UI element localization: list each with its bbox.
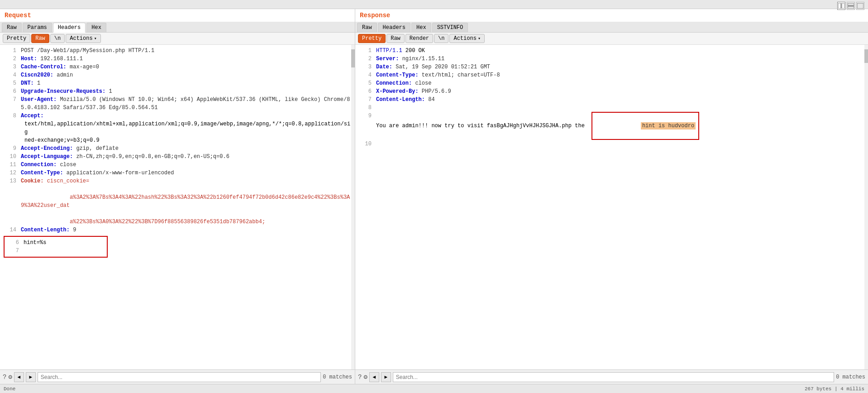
response-hint-box: hint is hudvodro <box>591 112 699 140</box>
sub-tab-request-raw[interactable]: Raw <box>31 34 49 43</box>
table-row: 1 HTTP/1.1 200 OK <box>355 47 868 55</box>
tab-request-params[interactable]: Params <box>23 23 52 32</box>
table-row: 5 Connection: close <box>355 79 868 87</box>
sub-tab-response-newline[interactable]: \n <box>434 34 448 43</box>
request-actions-button[interactable]: Actions <box>66 34 100 43</box>
svg-rect-0 <box>838 3 841 9</box>
hint-text: hint is hudvodro <box>641 122 696 129</box>
response-title: Response <box>355 9 868 22</box>
request-panel: Request Raw Params Headers Hex Pretty Ra… <box>0 9 355 384</box>
response-sub-tab-bar: Pretty Raw Render \n Actions <box>355 33 868 45</box>
search-next-button[interactable]: ▶ <box>26 372 36 382</box>
table-row: 8 Accept: <box>0 112 355 120</box>
search-prev-button[interactable]: ◀ <box>14 372 24 382</box>
table-row: 1 POST /Day-Web1/app/MySession.php HTTP/… <box>0 47 355 55</box>
table-row: 13 Cookie: ciscn_cookie= a%3A2%3A%7Bs%3A… <box>0 177 355 226</box>
svg-rect-3 <box>848 6 854 9</box>
tab-request-hex[interactable]: Hex <box>86 23 106 32</box>
request-sub-tab-bar: Pretty Raw \n Actions <box>0 33 355 45</box>
table-row: 7 <box>6 247 105 255</box>
layout-split-v-icon[interactable] <box>847 2 855 10</box>
response-scrollbar-thumb[interactable] <box>864 49 868 63</box>
table-row: 7 User-Agent: Mozilla/5.0 (Windows NT 10… <box>0 96 355 112</box>
response-match-count: 0 matches <box>836 374 865 380</box>
table-row: 9 Accept-Encoding: gzip, deflate <box>0 144 355 153</box>
sub-tab-request-newline[interactable]: \n <box>50 34 65 43</box>
table-row: 3 Date: Sat, 19 Sep 2020 01:52:21 GMT <box>355 63 868 71</box>
tab-response-raw[interactable]: Raw <box>357 23 377 32</box>
tab-response-hex[interactable]: Hex <box>411 23 431 32</box>
request-match-count: 0 matches <box>323 374 352 380</box>
request-search-input[interactable] <box>38 372 321 382</box>
response-code-area: 1 HTTP/1.1 200 OK 2 Server: nginx/1.15.1… <box>355 45 868 369</box>
table-row: 10 <box>355 140 868 148</box>
request-title: Request <box>0 9 355 22</box>
svg-rect-4 <box>857 3 863 9</box>
request-search-bar: ? ⚙ ◀ ▶ 0 matches <box>0 369 355 384</box>
response-search-bar: ? ⚙ ◀ ▶ 0 matches <box>355 369 868 384</box>
sub-tab-response-pretty[interactable]: Pretty <box>358 34 386 43</box>
request-scrollbar-thumb[interactable] <box>351 49 355 67</box>
response-search-prev-button[interactable]: ◀ <box>369 372 379 382</box>
request-scrollbar[interactable] <box>351 45 355 369</box>
table-row: 8 <box>355 104 868 112</box>
request-body-highlight: 6 hint=%s 7 <box>4 236 108 258</box>
layout-single-icon[interactable] <box>856 2 864 10</box>
response-panel: Response Raw Headers Hex SSTVINFO Pretty… <box>355 9 868 384</box>
response-help-icon[interactable]: ? <box>358 374 362 381</box>
help-icon[interactable]: ? <box>3 374 6 381</box>
sub-tab-response-raw[interactable]: Raw <box>386 34 405 43</box>
response-actions-button[interactable]: Actions <box>449 34 484 43</box>
top-bar <box>0 0 868 9</box>
tab-response-sstvinfo[interactable]: SSTVINFO <box>432 23 468 32</box>
table-row: 5 DNT: 1 <box>0 79 355 87</box>
request-tab-bar: Raw Params Headers Hex <box>0 22 355 33</box>
response-scrollbar[interactable] <box>864 45 868 369</box>
table-row: 2 Server: nginx/1.15.11 <box>355 55 868 63</box>
tab-response-headers[interactable]: Headers <box>378 23 410 32</box>
table-row: 6 X-Powered-By: PHP/5.6.9 <box>355 87 868 96</box>
table-row: 11 Connection: close <box>0 161 355 169</box>
response-tab-bar: Raw Headers Hex SSTVINFO <box>355 22 868 33</box>
response-settings-icon[interactable]: ⚙ <box>363 373 367 381</box>
table-row: text/html,application/xhtml+xml,applicat… <box>0 120 355 144</box>
svg-rect-2 <box>848 3 854 5</box>
table-row: 2 Host: 192.168.111.1 <box>0 55 355 63</box>
response-status-info: 267 bytes | 4 millis <box>805 386 864 392</box>
status-bar: Done 267 bytes | 4 millis <box>0 384 868 393</box>
settings-icon[interactable]: ⚙ <box>8 373 12 381</box>
request-code-area: 1 POST /Day-Web1/app/MySession.php HTTP/… <box>0 45 355 369</box>
sub-tab-response-render[interactable]: Render <box>405 34 433 43</box>
table-row: 4 Content-Type: text/html; charset=UTF-8 <box>355 71 868 79</box>
table-row: 6 hint=%s <box>6 239 105 247</box>
response-search-input[interactable] <box>393 372 834 382</box>
table-row: 14 Content-Length: 9 <box>0 226 355 234</box>
table-row: 3 Cache-Control: max-age=0 <box>0 63 355 71</box>
svg-rect-1 <box>842 3 844 9</box>
table-row: 7 Content-Length: 84 <box>355 96 868 104</box>
table-row: 9 You are admin!!! now try to visit fasB… <box>355 112 868 140</box>
sub-tab-request-pretty[interactable]: Pretty <box>3 34 30 43</box>
table-row: 10 Accept-Language: zh-CN,zh;q=0.9,en;q=… <box>0 153 355 161</box>
table-row: 4 Ciscn2020: admin <box>0 71 355 79</box>
response-search-next-button[interactable]: ▶ <box>381 372 391 382</box>
tab-request-headers[interactable]: Headers <box>53 23 86 33</box>
tab-request-raw[interactable]: Raw <box>2 23 22 32</box>
status-text: Done <box>4 386 15 392</box>
table-row: 12 Content-Type: application/x-www-form-… <box>0 169 355 177</box>
table-row: 6 Upgrade-Insecure-Requests: 1 <box>0 87 355 96</box>
layout-split-h-icon[interactable] <box>837 2 845 10</box>
